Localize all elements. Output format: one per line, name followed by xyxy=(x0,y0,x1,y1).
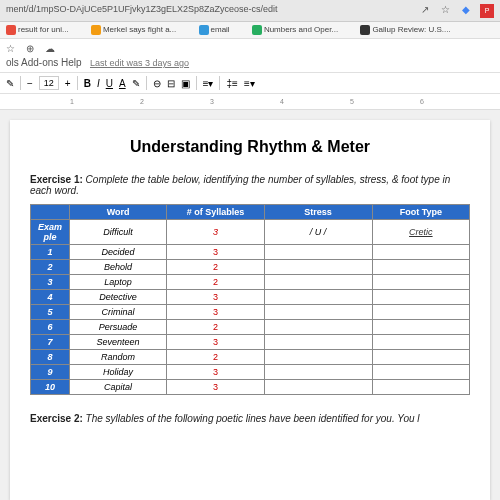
table-row: 9Holiday3 xyxy=(31,365,470,380)
cloud-icon[interactable]: ☁ xyxy=(45,43,55,54)
docs-toolbar: ☆ ⊕ ☁ ols Add-ons Help Last edit was 3 d… xyxy=(0,39,500,73)
highlight-button[interactable]: ✎ xyxy=(132,78,140,89)
exercise1-prompt: Exercise 1: Complete the table below, id… xyxy=(30,174,470,196)
bookmarks-bar: result for uni... Merkel says fight a...… xyxy=(0,22,500,39)
url-text[interactable]: ment/d/1mpSO-DAjUCe5P1UFjvky1Z3gELX2Sp8Z… xyxy=(6,4,286,14)
comment-button[interactable]: ⊟ xyxy=(167,78,175,89)
doc-star-icon[interactable]: ☆ xyxy=(6,43,15,54)
table-row-example: Exam ple Difficult 3 / U / Cretic xyxy=(31,220,470,245)
open-new-icon[interactable]: ↗ xyxy=(418,3,432,17)
bookmark-item[interactable]: email xyxy=(199,25,240,35)
th-word: Word xyxy=(69,205,166,220)
th-syllables: # of Syllables xyxy=(167,205,264,220)
font-inc[interactable]: + xyxy=(65,78,71,89)
bookmark-item[interactable]: result for uni... xyxy=(6,25,79,35)
table-row: 5Criminal3 xyxy=(31,305,470,320)
italic-button[interactable]: I xyxy=(97,78,100,89)
font-size-input[interactable]: 12 xyxy=(39,76,59,90)
row-label: Exam ple xyxy=(31,220,70,245)
text-color-button[interactable]: A xyxy=(119,78,126,89)
menu-addons[interactable]: Add-ons xyxy=(21,57,58,68)
table-row: 7Seventeen3 xyxy=(31,335,470,350)
format-toolbar: ✎ − 12 + B I U A ✎ ⊖ ⊟ ▣ ≡▾ ‡≡ ≡▾ xyxy=(0,73,500,94)
bookmark-item[interactable]: Merkel says fight a... xyxy=(91,25,186,35)
table-row: 1Decided3 xyxy=(31,245,470,260)
bookmark-item[interactable]: Gallup Review: U.S.... xyxy=(360,25,460,35)
table-row: 2Behold2 xyxy=(31,260,470,275)
ruler[interactable]: 1 2 3 4 5 6 xyxy=(0,94,500,110)
list-button[interactable]: ≡▾ xyxy=(244,78,255,89)
move-icon[interactable]: ⊕ xyxy=(26,43,34,54)
bookmark-item[interactable]: Numbers and Oper... xyxy=(252,25,348,35)
th-blank xyxy=(31,205,70,220)
exercise2-prompt: Exercise 2: The syllables of the followi… xyxy=(30,413,470,424)
link-button[interactable]: ⊖ xyxy=(153,78,161,89)
pdf-icon[interactable]: P xyxy=(480,4,494,18)
paint-format-icon[interactable]: ✎ xyxy=(6,78,14,89)
browser-url-bar: ment/d/1mpSO-DAjUCe5P1UFjvky1Z3gELX2Sp8Z… xyxy=(0,0,500,22)
table-row: 6Persuade2 xyxy=(31,320,470,335)
browser-actions: ↗ ☆ ◆ P xyxy=(414,3,494,18)
table-row: 10Capital3 xyxy=(31,380,470,395)
image-button[interactable]: ▣ xyxy=(181,78,190,89)
line-spacing-button[interactable]: ‡≡ xyxy=(226,78,237,89)
th-foot: Foot Type xyxy=(372,205,469,220)
bold-button[interactable]: B xyxy=(84,78,91,89)
underline-button[interactable]: U xyxy=(106,78,113,89)
star-icon[interactable]: ☆ xyxy=(439,3,453,17)
exercise1-table: Word # of Syllables Stress Foot Type Exa… xyxy=(30,204,470,395)
page-title: Understanding Rhythm & Meter xyxy=(30,138,470,156)
th-stress: Stress xyxy=(264,205,372,220)
last-edit-link[interactable]: Last edit was 3 days ago xyxy=(90,58,189,68)
table-row: 3Laptop2 xyxy=(31,275,470,290)
ext-icon[interactable]: ◆ xyxy=(459,3,473,17)
document-page[interactable]: Understanding Rhythm & Meter Exercise 1:… xyxy=(10,120,490,500)
table-row: 8Random2 xyxy=(31,350,470,365)
align-button[interactable]: ≡▾ xyxy=(203,78,214,89)
menu-tools[interactable]: ols xyxy=(6,57,19,68)
font-dec[interactable]: − xyxy=(27,78,33,89)
menu-help[interactable]: Help xyxy=(61,57,82,68)
table-row: 4Detective3 xyxy=(31,290,470,305)
